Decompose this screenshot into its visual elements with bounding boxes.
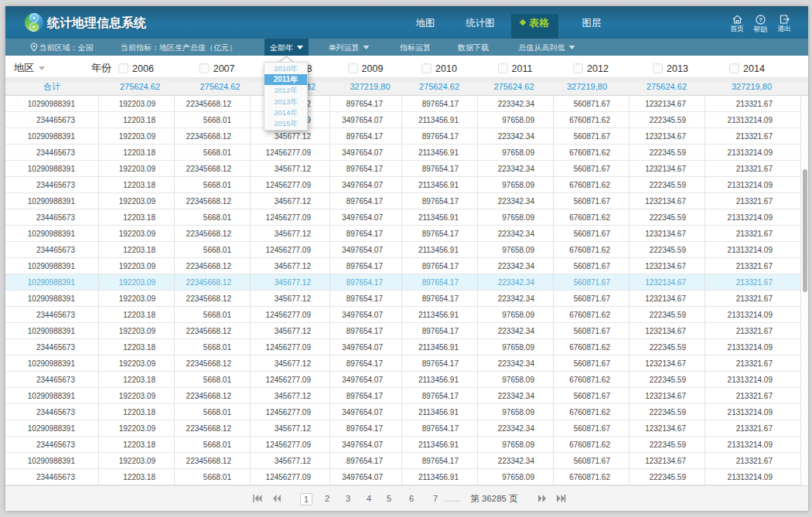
svg-text:?: ? — [759, 16, 763, 23]
